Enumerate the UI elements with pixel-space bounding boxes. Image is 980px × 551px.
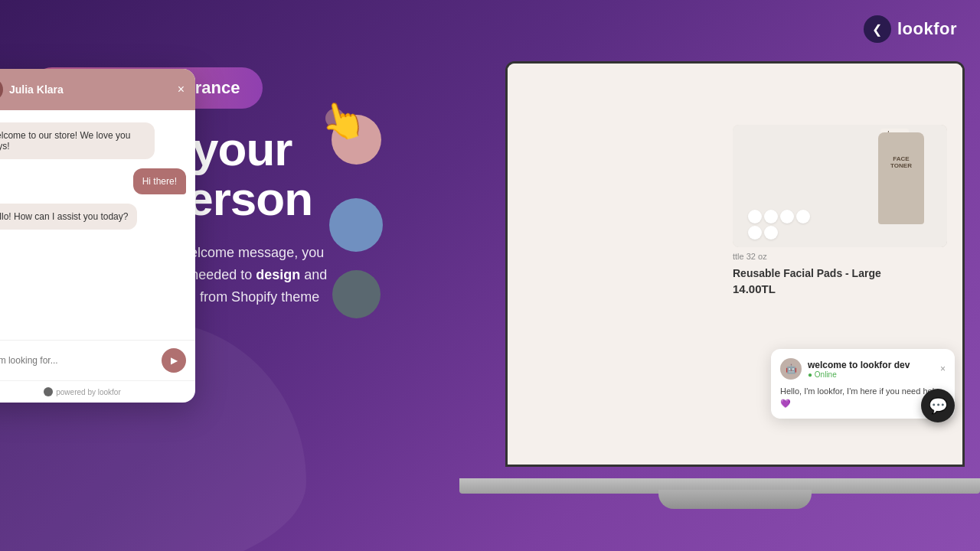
logo-area: ❮ lookfor (864, 15, 957, 43)
chat-bubble-icon: 💬 (929, 396, 948, 415)
mini-chat-name: welcome to lookfor dev (808, 360, 910, 370)
chat-window: 👩 Julia Klara × Welcome to our store! We… (0, 69, 195, 403)
chat-bubble-button[interactable]: 💬 (921, 389, 955, 422)
facial-pads (748, 210, 825, 240)
chat-welcome-message: Welcome to our store! We love you guys! (0, 122, 155, 159)
send-icon: ▶ (171, 355, 178, 366)
color-dot-blue[interactable] (329, 198, 383, 252)
laptop-screen: less. FACETONER (505, 61, 965, 467)
pad-6 (764, 226, 778, 240)
chat-user-reply: Hi there! (133, 168, 186, 194)
chat-agent-name: Julia Klara (9, 83, 64, 96)
product-price: 14.00TL (733, 282, 947, 295)
chat-input-area: ↻ ▶ (0, 340, 195, 380)
laptop-container: less. FACETONER (444, 61, 980, 520)
color-dot-gray[interactable] (332, 270, 381, 318)
mini-chat-avatar: 🤖 (780, 358, 802, 380)
chat-bot-reply: Hello! How can I assist you today? (0, 204, 137, 230)
mini-chat-status: Online (808, 370, 910, 379)
color-dot-pink-container: 👆 (332, 115, 381, 165)
screen-content: less. FACETONER (508, 64, 962, 465)
mini-chat-info: welcome to lookfor dev Online (808, 360, 910, 379)
chat-search-input[interactable] (0, 355, 155, 366)
product-image: less. FACETONER (733, 125, 947, 247)
product-name: Reusable Facial Pads - Large (733, 267, 947, 279)
bottle-visual: FACETONER (878, 132, 924, 224)
store-background: less. FACETONER (508, 64, 962, 465)
laptop-stand (658, 490, 812, 509)
chat-footer: powered by lookfor (0, 380, 195, 403)
product-area: less. FACETONER (733, 125, 947, 295)
bottle-label: FACETONER (878, 155, 924, 169)
description-bold-design: design (256, 267, 300, 282)
mini-chat-close[interactable]: × (940, 364, 946, 374)
mini-chat-header: 🤖 welcome to lookfor dev Online × (780, 358, 946, 380)
pad-5 (748, 226, 762, 240)
description-mid: needed to (191, 267, 256, 282)
pad-3 (780, 210, 794, 223)
color-selector-area: 👆 (329, 115, 383, 318)
logo-icon: ❮ (864, 15, 891, 43)
logo-text: lookfor (897, 19, 957, 39)
description-and: and (304, 267, 327, 282)
chat-body: Welcome to our store! We love you guys! … (0, 110, 195, 340)
pad-4 (796, 210, 810, 223)
chat-agent-avatar: 👩 (0, 78, 3, 101)
bottle-link[interactable]: ttle 32 oz (733, 252, 947, 261)
chat-header-left: 👩 Julia Klara (0, 78, 64, 101)
pad-1 (748, 210, 762, 223)
chat-header: 👩 Julia Klara × (0, 69, 195, 110)
chat-powered-by: powered by lookfor (56, 388, 121, 396)
lookfor-footer-logo (44, 387, 53, 396)
chevron-left-icon: ❮ (872, 22, 882, 37)
pad-2 (764, 210, 778, 223)
product-visual: less. FACETONER (733, 125, 947, 247)
chat-close-button[interactable]: × (178, 83, 185, 96)
chat-send-button[interactable]: ▶ (162, 348, 186, 373)
